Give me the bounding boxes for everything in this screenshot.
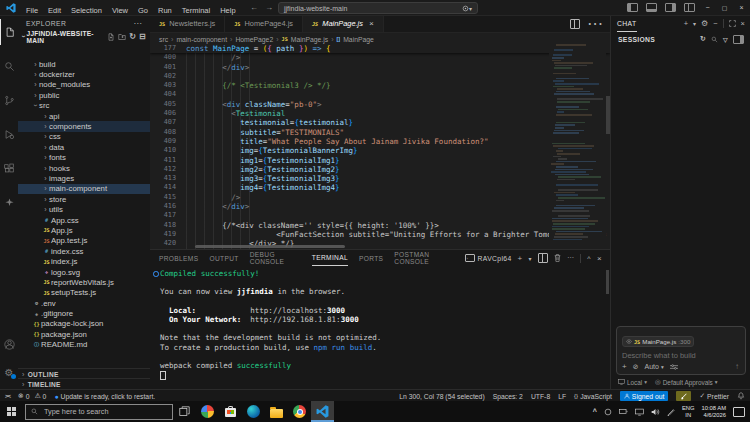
explorer-item-src[interactable]: ›src: [18, 101, 150, 111]
formatter-badge[interactable]: [676, 391, 691, 401]
panel-tab-postman-console[interactable]: POSTMAN CONSOLE: [394, 250, 453, 266]
eol-selector[interactable]: LF: [558, 393, 566, 400]
tune-sliders-icon[interactable]: [670, 364, 678, 370]
collapse-all-icon[interactable]: ⊟: [139, 32, 146, 41]
explorer-more-icon[interactable]: ⋯: [134, 19, 142, 28]
code-line-410[interactable]: 410 img={TestimonialBannerImg}: [150, 146, 610, 155]
source-control-icon[interactable]: [0, 87, 18, 113]
menu-go[interactable]: Go: [133, 6, 153, 15]
taskbar-search-input[interactable]: [42, 406, 167, 417]
approvals-selector[interactable]: ◎ Default Approvals ▾: [655, 378, 718, 386]
minimap[interactable]: [549, 44, 606, 249]
code-line-404[interactable]: 404: [150, 90, 610, 99]
context-chip[interactable]: JS MainPage.js:300: [622, 336, 694, 347]
battery-icon[interactable]: [619, 408, 628, 415]
new-folder-icon[interactable]: [118, 33, 126, 41]
explorer-item-components[interactable]: ›components: [18, 121, 150, 131]
code-line-406[interactable]: 406 <Testimonial: [150, 109, 610, 118]
explorer-item-fonts[interactable]: ›fonts: [18, 153, 150, 163]
menu-view[interactable]: View: [107, 6, 133, 15]
menu-help[interactable]: Help: [215, 6, 240, 15]
copilot-sparkle-icon[interactable]: [0, 189, 18, 215]
breadcrumb-item[interactable]: MainPage.js: [291, 36, 328, 43]
explorer-item-dockerizer[interactable]: ›dockerizer: [18, 69, 150, 79]
language-mode[interactable]: {} JavaScript: [574, 393, 612, 400]
close-chat-icon[interactable]: ×: [741, 19, 745, 28]
maximize-panel-icon[interactable]: ^: [587, 255, 591, 262]
language-indicator[interactable]: ENGIN: [682, 405, 695, 418]
filter-sessions-icon[interactable]: ▽: [723, 36, 728, 43]
explorer-item-package.json[interactable]: {}package.json: [18, 329, 150, 339]
explorer-item-reportWebVitals.js[interactable]: JSreportWebVitals.js: [18, 277, 150, 287]
explorer-icon[interactable]: [0, 19, 18, 45]
app-microsoft-store[interactable]: [219, 401, 242, 422]
code-line-417[interactable]: 417: [150, 211, 610, 220]
chat-sessions-header[interactable]: SESSIONS ↻ ▽: [611, 32, 750, 46]
explorer-root-folder[interactable]: › JJFINDIA-WEBSITE-MAIN ↻ ⊟: [18, 31, 150, 42]
code-area[interactable]: 177const MainPage = ({ path }) => { 400 …: [150, 44, 610, 249]
taskbar-search[interactable]: [25, 404, 173, 420]
copilot-icon[interactable]: [462, 5, 469, 12]
explorer-item-images[interactable]: ›images: [18, 173, 150, 183]
toggle-panel-icon[interactable]: [646, 3, 657, 12]
panel-tab-output[interactable]: OUTPUT: [209, 250, 238, 266]
start-button[interactable]: [0, 401, 22, 422]
timeline-section[interactable]: › TIMELINE: [18, 378, 150, 389]
code-line-408[interactable]: 408 subtitle="TESTIMONIALS": [150, 128, 610, 137]
explorer-item-App.test.js[interactable]: JSApp.test.js: [18, 236, 150, 246]
vertical-scrollbar[interactable]: [606, 96, 610, 134]
command-center-search[interactable]: jjfindia-website-main ▾: [278, 2, 478, 14]
problems-indicator[interactable]: ⊗ 0 ⚠ 0: [18, 392, 46, 400]
explorer-item-index.css[interactable]: #index.css: [18, 246, 150, 256]
minimize-button[interactable]: −: [699, 0, 716, 15]
commands-icon[interactable]: ⊘: [633, 363, 639, 371]
app-edge[interactable]: [242, 401, 265, 422]
panel-tab-debug-console[interactable]: DEBUG CONSOLE: [250, 250, 301, 266]
explorer-item-public[interactable]: ›public: [18, 90, 150, 100]
code-line-407[interactable]: 407 testimonial={testimonial}: [150, 118, 610, 127]
chevron-down-icon[interactable]: ▾: [469, 5, 472, 12]
terminal-profile[interactable]: › RAVCpl64: [465, 254, 512, 262]
prettier-indicator[interactable]: ✓ Prettier: [699, 392, 729, 400]
code-line-419[interactable]: 419 <FunFactSection subtitle="Uniting Ef…: [150, 230, 610, 239]
tray-app-icon[interactable]: [604, 408, 612, 416]
explorer-item-data[interactable]: ›data: [18, 142, 150, 152]
explorer-item-main-component[interactable]: ›main-component: [18, 184, 150, 194]
toggle-sidebar-icon[interactable]: [627, 3, 638, 12]
explorer-item-.env[interactable]: ⚙.env: [18, 298, 150, 308]
code-line-177[interactable]: 177const MainPage = ({ path }) => {: [150, 44, 610, 53]
code-line-418[interactable]: 418 {/*<div className='' style={{ height…: [150, 221, 610, 230]
tab-mainpage.js[interactable]: JSMainPage.js×: [303, 15, 384, 32]
settings-gear-icon[interactable]: ⚙: [0, 359, 18, 385]
code-line-409[interactable]: 409 title="What People Say About Jainam …: [150, 137, 610, 146]
app-file-explorer[interactable]: [265, 401, 288, 422]
explorer-item-node_modules[interactable]: ›node_modules: [18, 80, 150, 90]
explorer-item-build[interactable]: ›build: [18, 59, 150, 69]
customize-layout-icon[interactable]: [684, 3, 695, 12]
tab-homepage4.js[interactable]: JSHomePage4.js: [225, 15, 303, 32]
action-center-icon[interactable]: [733, 407, 745, 417]
code-line-414[interactable]: 414 img4={TestimonialImg4}: [150, 183, 610, 192]
panel-tab-problems[interactable]: PROBLEMS: [159, 250, 198, 266]
menu-run[interactable]: Run: [153, 6, 177, 15]
explorer-item-css[interactable]: ›css: [18, 132, 150, 142]
menu-file[interactable]: File: [21, 6, 43, 15]
back-icon[interactable]: ←: [250, 3, 258, 12]
volume-icon[interactable]: [651, 408, 660, 416]
panel-tab-ports[interactable]: PORTS: [359, 250, 383, 266]
panel-tab-terminal[interactable]: TERMINAL: [312, 250, 348, 266]
kill-terminal-icon[interactable]: [554, 254, 561, 262]
menu-edit[interactable]: Edit: [43, 6, 66, 15]
code-line-405[interactable]: 405 <div className="pb-0">: [150, 100, 610, 109]
menu-terminal[interactable]: Terminal: [177, 6, 215, 15]
explorer-item-.gitignore[interactable]: ◈.gitignore: [18, 308, 150, 318]
environment-selector[interactable]: Local ▾: [618, 379, 647, 386]
new-terminal-icon[interactable]: +: [518, 254, 523, 263]
restore-button[interactable]: ▢: [716, 0, 733, 15]
app-vscode-active[interactable]: [311, 401, 334, 422]
menu-selection[interactable]: Selection: [66, 6, 107, 15]
code-line-411[interactable]: 411 img1={TestimonialImg1}: [150, 156, 610, 165]
breadcrumb-item[interactable]: MainPage: [343, 36, 374, 43]
code-line-415[interactable]: 415 />: [150, 193, 610, 202]
attach-icon[interactable]: +: [622, 362, 627, 371]
